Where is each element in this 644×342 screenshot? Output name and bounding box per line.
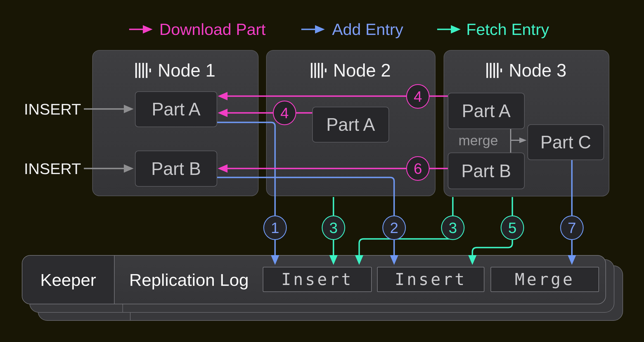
merge-label: merge (449, 132, 508, 149)
node-2-title: Node 2 (333, 60, 391, 81)
node-1-title: Node 1 (158, 60, 215, 81)
step-badge-3a: 3 (322, 215, 345, 240)
step-badge-6: 6 (406, 156, 430, 181)
legend-add-entry: Add Entry (332, 20, 403, 39)
keeper-label: Keeper (40, 270, 96, 290)
clickhouse-bars-icon (311, 63, 328, 78)
node-3-part-b: Part B (448, 153, 525, 189)
log-entry-insert-2: Insert (377, 267, 484, 292)
node-3-part-c: Part C (527, 124, 604, 160)
node-3-header: Node 3 (444, 61, 609, 80)
node-3-part-a: Part A (448, 93, 525, 129)
step-badge-3b: 3 (441, 215, 465, 240)
log-entry-merge: Merge (491, 267, 599, 292)
fetch-entry-wire-3b (359, 197, 453, 255)
step-badge-7: 7 (560, 215, 584, 240)
legend-fetch-entry: Fetch Entry (466, 20, 549, 39)
step-badge-4-node2: 4 (273, 101, 296, 125)
insert-label-1: INSERT (11, 100, 81, 118)
node-2-header: Node 2 (267, 61, 435, 80)
replication-diagram: Keeper Replication Log Insert Insert Mer… (0, 0, 644, 342)
node-2-part-a: Part A (312, 107, 389, 142)
clickhouse-bars-icon (486, 63, 503, 78)
step-badge-1: 1 (263, 215, 287, 240)
node-1-part-b: Part B (135, 151, 217, 187)
insert-label-2: INSERT (11, 160, 81, 178)
replication-log-title: Replication Log (115, 256, 263, 304)
step-badge-4-node3: 4 (406, 84, 430, 109)
step-badge-2: 2 (382, 215, 406, 240)
step-badge-5: 5 (501, 215, 524, 240)
log-entry-insert-1: Insert (263, 267, 372, 292)
node-3-title: Node 3 (509, 60, 566, 81)
keeper-box: Keeper (22, 256, 115, 304)
clickhouse-bars-icon (135, 63, 152, 78)
node-1-header: Node 1 (93, 61, 258, 80)
legend-download-part: Download Part (159, 20, 266, 39)
node-1-part-a: Part A (135, 91, 217, 127)
